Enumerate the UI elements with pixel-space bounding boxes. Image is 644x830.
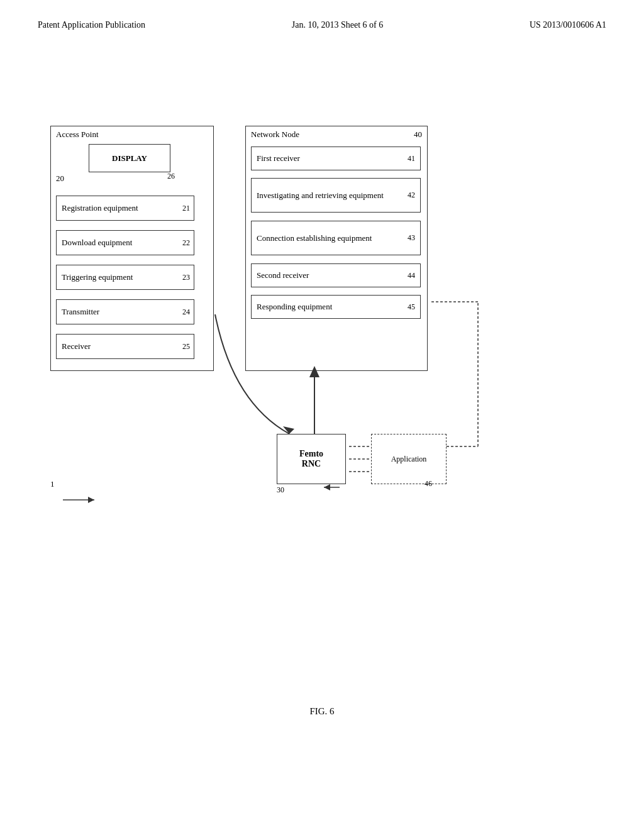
connection-establishing-label: Connection establishing equipment (257, 233, 372, 243)
receiver-box: Receiver 25 (56, 334, 194, 359)
network-node-number: 40 (414, 130, 422, 140)
investigating-equipment-num: 42 (408, 191, 415, 200)
network-node-box: Network Node 40 First receiver 41 Invest… (245, 126, 428, 371)
transmitter-box: Transmitter 24 (56, 299, 194, 324)
femto-rnc-box: Femto RNC (277, 434, 346, 484)
triggering-equipment-label: Triggering equipment (62, 272, 133, 282)
investigating-equipment-box: Investigating and retrieving equipment 4… (251, 178, 421, 213)
second-receiver-num: 44 (408, 271, 415, 280)
application-box: Application (371, 434, 447, 484)
investigating-equipment-label: Investigating and retrieving equipment (257, 191, 384, 201)
first-receiver-num: 41 (408, 154, 415, 163)
responding-equipment-box: Responding equipment 45 (251, 295, 421, 319)
transmitter-num: 24 (182, 307, 190, 317)
transmitter-label: Transmitter (62, 307, 99, 317)
responding-equipment-num: 45 (408, 302, 415, 312)
triggering-equipment-num: 23 (182, 273, 190, 282)
first-receiver-label: First receiver (257, 153, 300, 163)
header-center: Jan. 10, 2013 Sheet 6 of 6 (292, 20, 383, 30)
header-left: Patent Application Publication (38, 20, 145, 30)
registration-equipment-label: Registration equipment (62, 203, 138, 213)
triggering-equipment-box: Triggering equipment 23 (56, 265, 194, 290)
display-number: 26 (167, 172, 175, 181)
ap-number: 20 (56, 174, 64, 184)
download-equipment-num: 22 (182, 238, 190, 248)
download-equipment-box: Download equipment 22 (56, 230, 194, 255)
diagram-area: Access Point DISPLAY 26 20 Registration … (38, 126, 604, 566)
application-label: Application (391, 455, 427, 464)
application-number: 46 (425, 479, 432, 489)
responding-equipment-label: Responding equipment (257, 302, 332, 312)
registration-equipment-num: 21 (182, 204, 190, 213)
receiver-num: 25 (182, 342, 190, 351)
femto-line1: Femto (299, 449, 323, 459)
header-right: US 2013/0010606 A1 (530, 20, 606, 30)
femto-number: 30 (277, 485, 284, 495)
svg-marker-10 (88, 497, 94, 503)
page-header: Patent Application Publication Jan. 10, … (0, 0, 644, 30)
display-box: DISPLAY (89, 144, 170, 172)
arrow-1-label: 1 (50, 479, 55, 489)
svg-marker-2 (283, 426, 294, 434)
fig-label: FIG. 6 (309, 706, 334, 717)
access-point-box: Access Point DISPLAY 26 20 Registration … (50, 126, 214, 371)
display-label: DISPLAY (112, 153, 147, 163)
arrow-1-area: 1 (50, 478, 55, 489)
first-receiver-box: First receiver 41 (251, 147, 421, 170)
svg-marker-12 (324, 484, 330, 490)
registration-equipment-box: Registration equipment 21 (56, 196, 194, 221)
femto-line2: RNC (302, 459, 321, 469)
connection-establishing-box: Connection establishing equipment 43 (251, 221, 421, 255)
connection-establishing-num: 43 (408, 233, 415, 243)
second-receiver-box: Second receiver 44 (251, 263, 421, 287)
second-receiver-label: Second receiver (257, 270, 309, 280)
access-point-label: Access Point (56, 130, 99, 140)
network-node-label: Network Node (251, 130, 299, 140)
receiver-label: Receiver (62, 341, 91, 351)
download-equipment-label: Download equipment (62, 238, 132, 248)
